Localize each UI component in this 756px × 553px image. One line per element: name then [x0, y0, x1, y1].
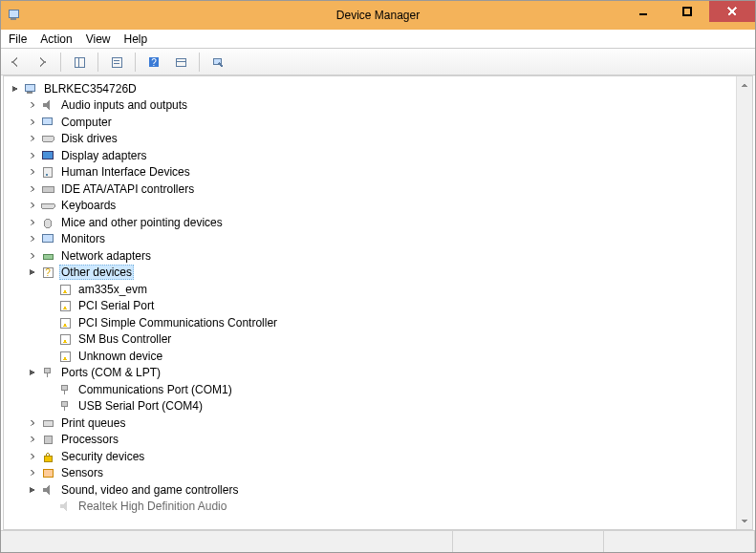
menu-help[interactable]: Help: [124, 32, 148, 46]
svg-rect-8: [112, 57, 121, 67]
tree-item-com1[interactable]: Communications Port (COM1): [6, 381, 750, 398]
expander-closed-icon[interactable]: [27, 467, 38, 479]
forward-button[interactable]: [32, 52, 53, 73]
tree-item-label: am335x_evm: [76, 283, 149, 296]
mouse-icon: [40, 215, 55, 230]
expander-closed-icon[interactable]: [27, 233, 38, 245]
tree-item-label: USB Serial Port (COM4): [76, 399, 205, 413]
tree-item-com4[interactable]: USB Serial Port (COM4): [6, 398, 750, 415]
expander-closed-icon[interactable]: [27, 133, 38, 144]
tree-item-label: Monitors: [59, 232, 107, 245]
expander-closed-icon[interactable]: [27, 166, 38, 178]
svg-rect-42: [44, 436, 52, 443]
expander-closed-icon[interactable]: [27, 451, 38, 462]
tree-item-audio[interactable]: Audio inputs and outputs: [6, 97, 750, 115]
device-tree[interactable]: BLRKEC354726D Audio inputs and outputs C…: [4, 76, 752, 529]
close-button[interactable]: [709, 1, 755, 22]
tree-item-label: Realtek High Definition Audio: [76, 500, 228, 513]
expander-closed-icon[interactable]: [27, 117, 38, 128]
tree-item-unknown[interactable]: Unknown device: [6, 348, 750, 365]
tree-root[interactable]: BLRKEC354726D: [6, 80, 750, 97]
expander-closed-icon[interactable]: [27, 250, 38, 262]
tree-item-am335x[interactable]: am335x_evm: [6, 281, 750, 298]
warning-icon: [57, 298, 73, 313]
tree-item-label: SM Bus Controller: [76, 332, 173, 346]
tree-item-other[interactable]: ? Other devices: [6, 265, 750, 282]
vertical-scrollbar[interactable]: [736, 76, 752, 529]
expander-closed-icon[interactable]: [27, 434, 38, 445]
toolbar-separator: [135, 53, 136, 72]
hid-icon: [40, 164, 55, 180]
tree-item-network[interactable]: Network adapters: [6, 247, 750, 265]
expander-open-icon[interactable]: [27, 484, 38, 496]
keyboard-icon: [40, 198, 55, 213]
tree-item-processors[interactable]: Processors: [6, 432, 750, 449]
help-button[interactable]: ?: [143, 52, 164, 73]
toolbar-separator: [60, 53, 61, 72]
toolbar-separator: [199, 53, 200, 72]
properties-button[interactable]: [106, 52, 127, 73]
tree-item-sensors[interactable]: Sensors: [6, 465, 750, 482]
printer-icon: [40, 415, 55, 431]
tree-item-keyboards[interactable]: Keyboards: [6, 198, 750, 215]
tree-item-label: Communications Port (COM1): [76, 383, 234, 396]
tree-item-smbus[interactable]: SM Bus Controller: [6, 331, 750, 349]
expander-closed-icon[interactable]: [27, 150, 38, 161]
tree-item-computer[interactable]: Computer: [6, 114, 750, 131]
port-icon: [57, 382, 73, 397]
tree-item-realtek[interactable]: Realtek High Definition Audio: [6, 499, 750, 516]
svg-rect-16: [25, 84, 34, 91]
maximize-button[interactable]: [665, 1, 709, 22]
menu-view[interactable]: View: [86, 32, 111, 46]
minimize-button[interactable]: [621, 1, 665, 22]
expander-closed-icon[interactable]: [27, 200, 38, 211]
scroll-down-icon[interactable]: [737, 513, 752, 529]
back-button[interactable]: [5, 52, 26, 73]
lock-icon: [40, 449, 55, 464]
svg-rect-43: [44, 456, 52, 461]
tree-item-pci-serial[interactable]: PCI Serial Port: [6, 298, 750, 315]
show-hide-button[interactable]: [69, 52, 90, 73]
tree-item-hid[interactable]: Human Interface Devices: [6, 164, 750, 181]
menubar: File Action View Help: [1, 30, 755, 49]
tree-item-disk[interactable]: Disk drives: [6, 131, 750, 148]
expander-closed-icon[interactable]: [27, 183, 38, 195]
port-icon: [40, 365, 55, 380]
pc-icon: [40, 115, 55, 130]
tree-item-sound[interactable]: Sound, video and game controllers: [6, 481, 750, 499]
tree-item-monitors[interactable]: Monitors: [6, 231, 750, 248]
tree-item-label: Human Interface Devices: [59, 165, 192, 179]
menu-action[interactable]: Action: [40, 32, 72, 46]
statusbar: [1, 530, 755, 552]
tree-item-printq[interactable]: Print queues: [6, 415, 750, 432]
tree-item-label: PCI Serial Port: [76, 299, 156, 312]
svg-rect-2: [639, 13, 647, 15]
svg-rect-17: [27, 92, 32, 94]
menu-file[interactable]: File: [9, 32, 27, 46]
expander-closed-icon[interactable]: [27, 99, 38, 111]
tree-item-ports[interactable]: Ports (COM & LPT): [6, 365, 750, 382]
expander-open-icon[interactable]: [10, 83, 21, 95]
expander-open-icon[interactable]: [27, 367, 38, 378]
tree-item-ide[interactable]: IDE ATA/ATAPI controllers: [6, 181, 750, 198]
tree-item-label: Security devices: [59, 450, 146, 463]
expander-closed-icon[interactable]: [27, 417, 38, 429]
action-button[interactable]: [170, 52, 191, 73]
warning-icon: [57, 315, 73, 330]
tree-item-display[interactable]: Display adapters: [6, 147, 750, 164]
scroll-up-icon[interactable]: [737, 76, 752, 93]
port-icon: [57, 398, 73, 414]
tree-item-label: PCI Simple Communications Controller: [76, 316, 279, 330]
tree-item-label: Ports (COM & LPT): [59, 366, 162, 379]
expander-closed-icon[interactable]: [27, 217, 38, 228]
status-cell: [453, 531, 604, 552]
svg-rect-19: [42, 136, 54, 141]
tree-item-mice[interactable]: Mice and other pointing devices: [6, 214, 750, 231]
ide-icon: [40, 181, 55, 197]
scan-button[interactable]: [207, 52, 228, 73]
computer-icon: [23, 81, 38, 96]
tree-item-label: Display adapters: [59, 149, 148, 162]
tree-item-security[interactable]: Security devices: [6, 448, 750, 465]
tree-item-pci-simple[interactable]: PCI Simple Communications Controller: [6, 314, 750, 331]
expander-open-icon[interactable]: [27, 266, 38, 278]
